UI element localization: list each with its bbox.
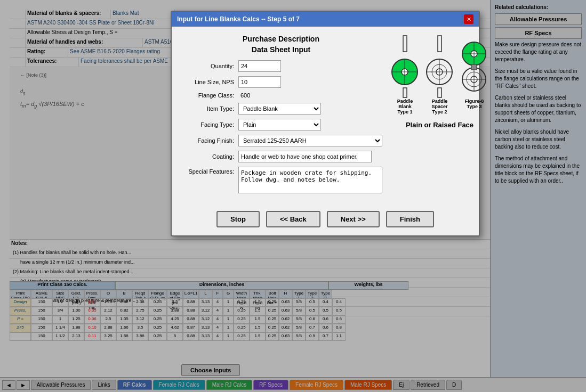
facing-finish-label: Facing Finish: <box>180 137 238 144</box>
flange-class-value: 600 <box>238 92 250 99</box>
line-size-label: Line Size, NPS <box>180 79 238 85</box>
type2-label: Paddle SpacerType 2 <box>425 99 454 115</box>
svg-rect-5 <box>403 88 407 97</box>
modal-form: Purchase Description Data Sheet Input Qu… <box>180 35 382 198</box>
facing-type-select[interactable]: Plain Raised Face <box>238 119 321 130</box>
paddle-spacer-type2-icon: Paddle SpacerType 2 <box>425 35 454 115</box>
modal-heading-2: Data Sheet Input <box>180 45 382 54</box>
next-button[interactable]: Next >> <box>327 211 380 227</box>
flange-class-label: Flange Class: <box>180 92 238 99</box>
modal-body: Purchase Description Data Sheet Input Qu… <box>172 27 479 206</box>
modal-blank-types: Paddle BlankType 1 <box>390 35 489 198</box>
coating-input[interactable] <box>238 151 372 162</box>
facing-type-row: Facing Type: Plain Raised Face <box>180 119 382 130</box>
line-size-input[interactable] <box>238 76 281 88</box>
quantity-input[interactable] <box>238 60 281 72</box>
special-features-row: Special Features: Package in wooden crat… <box>180 167 382 193</box>
flange-class-row: Flange Class: 600 <box>180 92 382 99</box>
modal-close-button[interactable]: ✕ <box>464 14 473 24</box>
finish-button[interactable]: Finish <box>386 211 434 227</box>
coating-label: Coating: <box>180 153 238 160</box>
type3-label: Figure-8Type 3 <box>460 99 489 109</box>
modal-heading-1: Purchase Description <box>180 35 382 43</box>
modal-title: Input for Line Blanks Calcs -- Step 5 of… <box>177 15 300 23</box>
svg-rect-0 <box>403 36 407 52</box>
modal-titlebar: Input for Line Blanks Calcs -- Step 5 of… <box>172 12 479 27</box>
modal-footer: Stop << Back Next >> Finish <box>172 206 479 235</box>
facing-type-label: Facing Type: <box>180 121 238 128</box>
line-size-row: Line Size, NPS <box>180 76 382 88</box>
coating-row: Coating: <box>180 151 382 162</box>
face-type-text: Plain or Raised Face <box>406 121 473 129</box>
stop-button[interactable]: Stop <box>216 211 260 227</box>
blank-type-icons: Paddle BlankType 1 <box>390 35 489 115</box>
quantity-label: Quantity: <box>180 63 238 69</box>
paddle-blank-type1-icon: Paddle BlankType 1 <box>390 35 420 115</box>
item-type-select[interactable]: Paddle Blank Paddle Spacer Figure-8 <box>238 103 321 115</box>
figure8-type3-icon: Figure-8Type 3 <box>460 35 489 115</box>
quantity-row: Quantity: <box>180 60 382 72</box>
special-features-textarea[interactable]: Package in wooden crate for shipping. Fo… <box>238 167 382 193</box>
svg-rect-12 <box>438 88 441 97</box>
facing-finish-row: Facing Finish: Serrated 125-250 AARH Smo… <box>180 135 382 146</box>
special-features-label: Special Features: <box>180 167 238 175</box>
svg-rect-22 <box>471 64 477 70</box>
type1-label: Paddle BlankType 1 <box>390 99 420 115</box>
svg-rect-6 <box>438 36 441 52</box>
item-type-label: Item Type: <box>180 105 238 112</box>
facing-finish-select[interactable]: Serrated 125-250 AARH Smooth Stock Finis… <box>238 135 382 146</box>
back-button[interactable]: << Back <box>266 211 320 227</box>
modal-dialog: Input for Line Blanks Calcs -- Step 5 of… <box>171 11 480 236</box>
item-type-row: Item Type: Paddle Blank Paddle Spacer Fi… <box>180 103 382 115</box>
